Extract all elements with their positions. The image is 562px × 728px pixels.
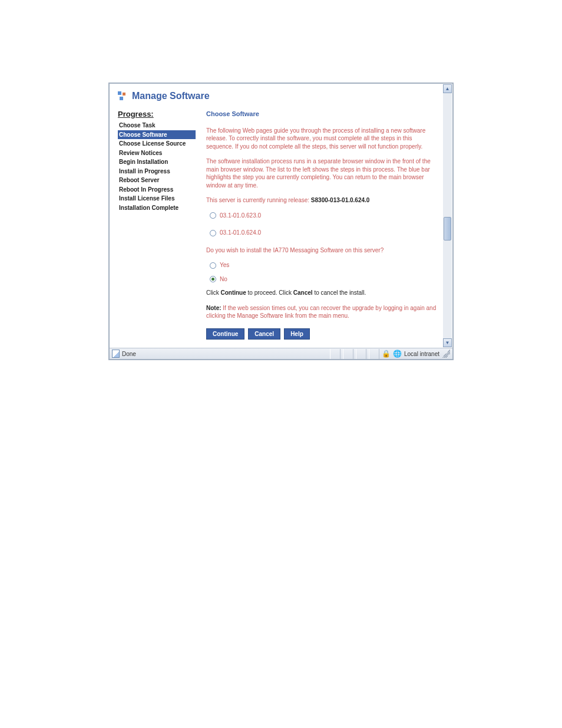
note-label: Note:: [206, 305, 222, 311]
security-zone: Local intranet: [404, 351, 439, 357]
version-option-row[interactable]: 03.1-01.0.624.0: [210, 229, 439, 237]
version-option-label: 03.1-01.0.624.0: [220, 229, 261, 237]
progress-sidebar: Progress: Choose TaskChoose SoftwareChoo…: [118, 110, 196, 340]
running-release-version: S8300-013-01.0.624.0: [311, 197, 370, 203]
progress-step: Review Notices: [118, 149, 196, 158]
resize-grip[interactable]: [442, 350, 450, 358]
status-bar: Done 🔒 🌐 Local intranet: [110, 348, 452, 359]
button-row: Continue Cancel Help: [206, 328, 439, 340]
note-paragraph: Note: If the web session times out, you …: [206, 304, 439, 320]
ia770-option-label: No: [220, 275, 227, 284]
running-release-prefix: This server is currently running release…: [206, 197, 311, 203]
main-content: Choose Software The following Web pages …: [206, 110, 439, 340]
page-title: Manage Software: [132, 91, 210, 101]
ia770-option-row[interactable]: No: [210, 275, 439, 284]
status-text: Done: [122, 351, 136, 357]
version-option-row[interactable]: 03.1-01.0.623.0: [210, 212, 439, 220]
status-cell: [369, 349, 379, 359]
scroll-up-button[interactable]: ▲: [443, 84, 452, 93]
radio-button[interactable]: [210, 276, 216, 282]
page-header: Manage Software: [118, 91, 439, 101]
progress-step: Choose Task: [118, 121, 196, 130]
running-release-line: This server is currently running release…: [206, 196, 439, 205]
page-icon: [112, 350, 120, 358]
help-button[interactable]: Help: [284, 328, 310, 340]
continue-button[interactable]: Continue: [206, 328, 244, 340]
progress-list: Choose TaskChoose SoftwareChoose License…: [118, 121, 196, 212]
progress-step: Begin Installation: [118, 157, 196, 167]
progress-step: Reboot Server: [118, 176, 196, 185]
progress-step: Install License Files: [118, 194, 196, 203]
ia770-option-label: Yes: [220, 261, 229, 269]
progress-step: Installation Complete: [118, 203, 196, 213]
progress-heading: Progress:: [118, 110, 196, 118]
intro-paragraph-2: The software installation process runs i…: [206, 157, 439, 189]
note-text: If the web session times out, you can re…: [206, 305, 436, 319]
status-cell: [330, 349, 340, 359]
lock-icon: 🔒: [382, 350, 391, 358]
scroll-down-button[interactable]: ▼: [443, 338, 452, 347]
ia770-question: Do you wish to install the IA770 Messagi…: [206, 246, 439, 255]
browser-window: ▲ ▼ Manage Software Progress: Choose Tas…: [108, 83, 454, 360]
progress-step: Reboot In Progress: [118, 185, 196, 195]
content-viewport: ▲ ▼ Manage Software Progress: Choose Tas…: [110, 84, 452, 348]
radio-button[interactable]: [210, 230, 216, 236]
status-cell: [356, 349, 366, 359]
progress-step: Choose Software: [118, 130, 196, 140]
content-heading: Choose Software: [206, 110, 439, 118]
scrollbar-track[interactable]: [443, 93, 452, 338]
progress-step: Install in Progress: [118, 167, 196, 176]
proceed-instruction: Click Continue to proceed. Click Cancel …: [206, 289, 439, 297]
intro-paragraph-1: The following Web pages guide you throug…: [206, 127, 439, 151]
version-option-label: 03.1-01.0.623.0: [220, 212, 261, 220]
ia770-option-row[interactable]: Yes: [210, 261, 439, 269]
status-cell: [343, 349, 353, 359]
zone-icon: 🌐: [393, 350, 402, 358]
radio-button[interactable]: [210, 212, 216, 219]
progress-step: Choose License Source: [118, 139, 196, 149]
app-logo-icon: [118, 91, 127, 101]
cancel-button[interactable]: Cancel: [248, 328, 280, 340]
scrollbar-thumb[interactable]: [444, 217, 451, 241]
radio-button[interactable]: [210, 262, 216, 269]
